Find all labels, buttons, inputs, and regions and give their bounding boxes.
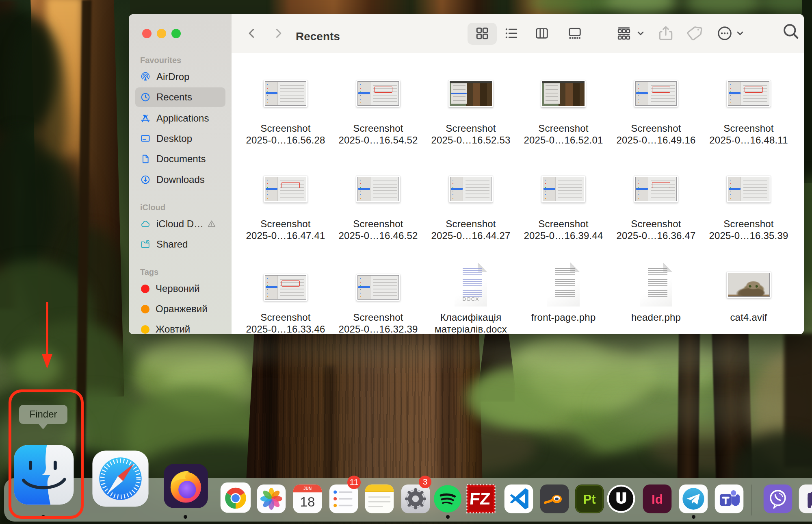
svg-text:18: 18 (300, 494, 315, 509)
svg-text:Pt: Pt (583, 492, 596, 507)
svg-text:Id: Id (652, 492, 663, 507)
svg-text:FZ: FZ (469, 489, 491, 508)
svg-text:JUN: JUN (303, 486, 312, 491)
